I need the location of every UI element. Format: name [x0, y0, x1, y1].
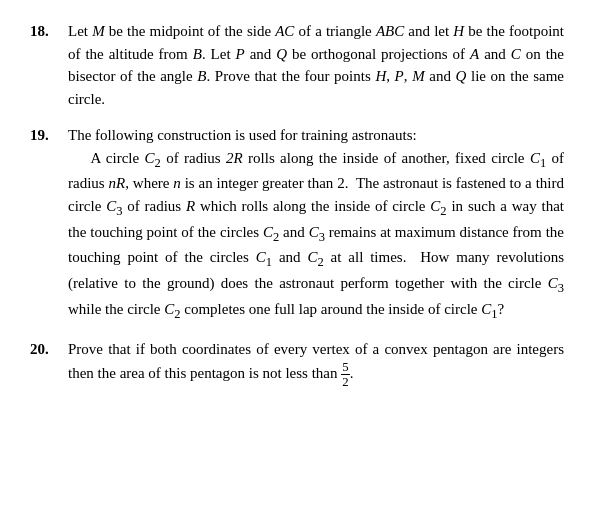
problem-18-text: Let M be the midpoint of the side AC of … [68, 20, 564, 110]
problem-18: 18. Let M be the midpoint of the side AC… [30, 20, 564, 110]
fraction-5-2: 5 2 [341, 360, 349, 389]
problem-19-body: A circle C2 of radius 2R rolls along the… [68, 147, 564, 324]
problem-18-number: 18. [30, 20, 68, 43]
problem-20-content: Prove that if both coordinates of every … [68, 338, 564, 390]
problem-19-intro: The following construction is used for t… [68, 124, 564, 147]
problem-20-number: 20. [30, 338, 68, 361]
problem-19: 19. The following construction is used f… [30, 124, 564, 324]
problem-19-number: 19. [30, 124, 68, 147]
problem-20: 20. Prove that if both coordinates of ev… [30, 338, 564, 390]
problem-19-content: The following construction is used for t… [68, 124, 564, 324]
problem-18-content: Let M be the midpoint of the side AC of … [68, 20, 564, 110]
problem-20-text: Prove that if both coordinates of every … [68, 338, 564, 390]
problems-container: 18. Let M be the midpoint of the side AC… [30, 20, 564, 389]
